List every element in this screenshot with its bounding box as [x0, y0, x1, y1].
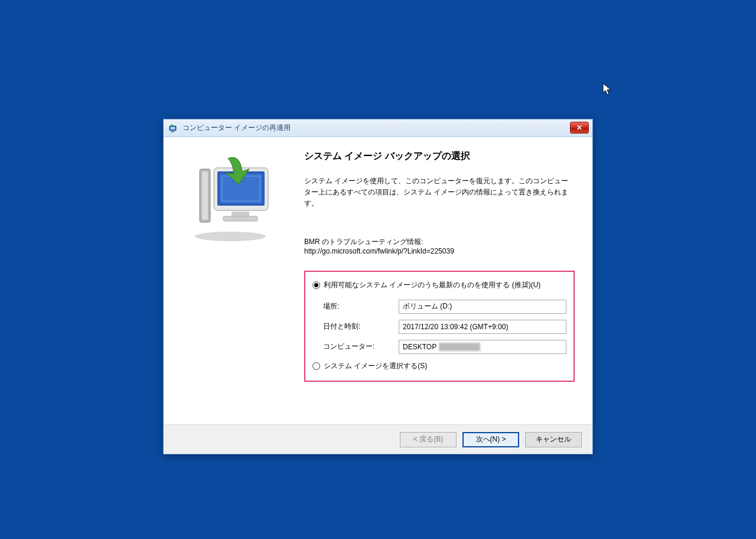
location-label: 場所:	[323, 301, 399, 311]
window-title: コンピューター イメージの再適用	[183, 123, 291, 133]
radio-icon	[312, 281, 320, 289]
radio-select-image[interactable]: システム イメージを選択する(S)	[312, 361, 566, 371]
wizard-footer: < 戻る(B) 次へ(N) > キャンセル	[164, 424, 592, 454]
wizard-window: コンピューター イメージの再適用 ✕ システム イ	[163, 119, 593, 454]
radio-label: 利用可能なシステム イメージのうち最新のものを使用する (推奨)(U)	[324, 280, 540, 290]
troubleshoot-label: BMR のトラブルシューティング情報:	[304, 237, 575, 247]
next-button[interactable]: 次へ(N) >	[462, 432, 519, 447]
mouse-cursor	[602, 83, 612, 97]
radio-use-latest[interactable]: 利用可能なシステム イメージのうち最新のものを使用する (推奨)(U)	[312, 280, 566, 290]
back-button: < 戻る(B)	[400, 432, 457, 447]
svg-rect-5	[202, 171, 208, 220]
options-highlight: 利用可能なシステム イメージのうち最新のものを使用する (推奨)(U) 場所: …	[304, 271, 575, 382]
datetime-field: 2017/12/20 13:09:42 (GMT+9:00)	[399, 320, 566, 334]
computer-field: DESKTOP	[399, 340, 566, 354]
restore-image-icon	[183, 155, 278, 243]
radio-label: システム イメージを選択する(S)	[324, 361, 427, 371]
app-icon	[168, 123, 179, 134]
close-button[interactable]: ✕	[570, 122, 589, 134]
svg-rect-10	[223, 216, 258, 221]
wizard-content: システム イメージ バックアップの選択 システム イメージを使用して、このコンピ…	[297, 137, 592, 424]
wizard-sidebar	[164, 137, 297, 424]
svg-rect-9	[232, 212, 249, 216]
svg-rect-1	[171, 127, 175, 129]
close-icon: ✕	[576, 124, 582, 132]
computer-label: コンピューター:	[323, 342, 399, 352]
datetime-label: 日付と時刻:	[323, 322, 399, 332]
cancel-button[interactable]: キャンセル	[525, 432, 582, 447]
page-heading: システム イメージ バックアップの選択	[304, 150, 575, 163]
svg-point-3	[195, 232, 266, 241]
redacted-text	[439, 343, 480, 351]
svg-rect-2	[171, 131, 174, 132]
radio-icon	[312, 362, 320, 370]
titlebar[interactable]: コンピューター イメージの再適用 ✕	[164, 119, 592, 137]
page-description: システム イメージを使用して、このコンピューターを復元します。このコンピューター…	[304, 176, 575, 210]
location-field: ボリューム (D:)	[399, 300, 566, 314]
troubleshoot-link[interactable]: http://go.microsoft.com/fwlink/p/?LinkId…	[304, 247, 575, 255]
